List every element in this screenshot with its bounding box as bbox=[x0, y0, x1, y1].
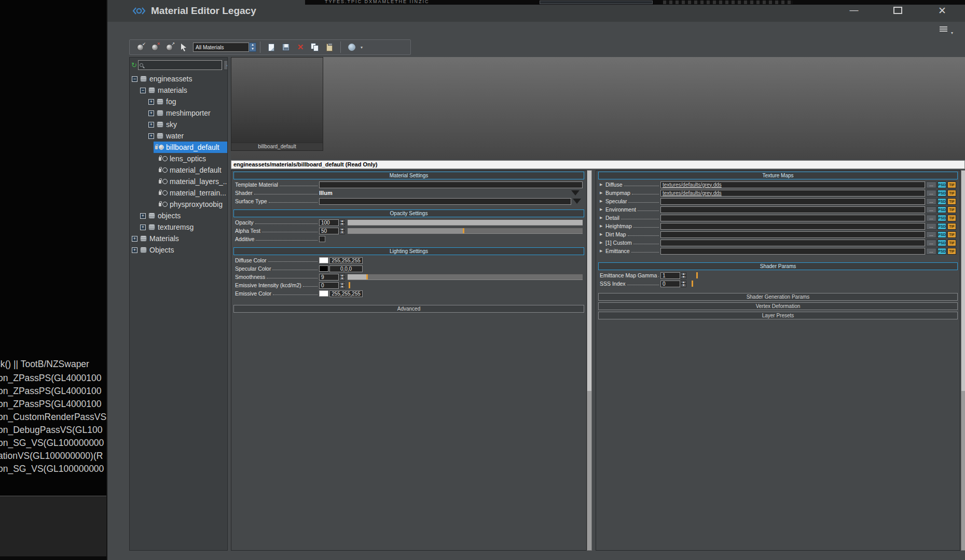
browse-texture-button[interactable]: ... bbox=[926, 240, 936, 246]
smoothness-spinner[interactable]: ▲▼ bbox=[339, 274, 345, 281]
caret-down-icon[interactable]: ▾ bbox=[361, 45, 363, 50]
apply-search-button[interactable]: ✓ bbox=[224, 60, 228, 70]
psd-chip-button[interactable]: PSD bbox=[938, 206, 946, 213]
spinner-down-icon[interactable]: ▼ bbox=[339, 222, 345, 226]
save-item-button[interactable] bbox=[279, 40, 293, 54]
tree-item-texturemsg[interactable]: + texturemsg bbox=[130, 221, 227, 233]
psd-chip-button[interactable]: PSD bbox=[938, 181, 946, 188]
psd-chip-button[interactable]: PSD bbox=[938, 223, 946, 230]
search-input[interactable] bbox=[145, 61, 220, 68]
spinner-down-icon[interactable]: ▼ bbox=[339, 231, 345, 234]
tif-chip-button[interactable]: TIF bbox=[947, 223, 956, 230]
texture-path-field[interactable] bbox=[660, 240, 925, 246]
tree-expand-icon[interactable]: + bbox=[132, 236, 137, 242]
tif-chip-button[interactable]: TIF bbox=[947, 231, 956, 238]
expand-arrow-icon[interactable]: ▶ bbox=[600, 183, 605, 187]
emittance-map-gamma-slider[interactable] bbox=[689, 272, 956, 278]
browse-texture-button[interactable]: ... bbox=[926, 231, 936, 238]
section-header-shader-generation-params[interactable]: Shader Generation Params bbox=[598, 293, 958, 301]
tree-item-objects-root[interactable]: + Objects bbox=[130, 244, 227, 256]
spinner-down-icon[interactable]: ▼ bbox=[339, 277, 345, 281]
expand-arrow-icon[interactable]: ▶ bbox=[600, 232, 605, 236]
psd-chip-button[interactable]: PSD bbox=[938, 248, 946, 255]
add-new-item-button[interactable] bbox=[264, 40, 279, 54]
browse-texture-button[interactable]: ... bbox=[926, 198, 936, 205]
tree-item-fog[interactable]: + fog bbox=[130, 96, 227, 107]
psd-chip-button[interactable]: PSD bbox=[938, 240, 946, 246]
dropdown-arrow-icon[interactable] bbox=[571, 190, 580, 195]
specular-color-value[interactable]: 0,0,0 bbox=[329, 265, 363, 272]
emissive-color-value[interactable]: 255,255,255 bbox=[329, 290, 363, 297]
texture-path-field[interactable] bbox=[660, 223, 925, 230]
assign-material-to-selection-button[interactable]: ↙ bbox=[133, 40, 147, 54]
alpha-test-spinner[interactable]: ▲▼ bbox=[339, 228, 345, 234]
texture-path-field[interactable] bbox=[660, 215, 925, 221]
diffuse-color-swatch[interactable] bbox=[319, 257, 328, 263]
tree-expand-icon[interactable]: + bbox=[148, 133, 154, 139]
expand-arrow-icon[interactable]: ▶ bbox=[600, 199, 605, 203]
expand-arrow-icon[interactable]: ▶ bbox=[600, 224, 605, 228]
tree-expand-icon[interactable]: + bbox=[140, 213, 146, 219]
expand-arrow-icon[interactable]: ▶ bbox=[600, 191, 605, 195]
opacity-input[interactable]: 100 bbox=[319, 219, 339, 226]
psd-chip-button[interactable]: PSD bbox=[938, 215, 946, 221]
texture-path-field[interactable] bbox=[660, 206, 925, 213]
tree-item-water[interactable]: + water bbox=[130, 130, 227, 142]
texture-path-field[interactable] bbox=[660, 198, 925, 205]
tif-chip-button[interactable]: TIF bbox=[947, 240, 956, 246]
tree-expand-icon[interactable]: + bbox=[148, 110, 154, 116]
section-header-material-settings[interactable]: Material Settings bbox=[233, 172, 584, 179]
section-header-shader-params[interactable]: Shader Params bbox=[598, 262, 958, 270]
expand-arrow-icon[interactable]: ▶ bbox=[600, 249, 605, 253]
scrollbar-thumb[interactable] bbox=[587, 171, 591, 391]
texture-path-field[interactable]: textures/defaults/grey.dds bbox=[660, 190, 925, 197]
sss-index-input[interactable]: 0 bbox=[660, 281, 680, 287]
tree-item-sky[interactable]: + sky bbox=[130, 119, 227, 130]
material-filter-dropdown[interactable]: All Materials bbox=[193, 43, 249, 52]
tree-collapse-icon[interactable]: − bbox=[132, 76, 137, 82]
tif-chip-button[interactable]: TIF bbox=[947, 181, 956, 188]
dropdown-arrow-icon[interactable] bbox=[573, 199, 581, 204]
tree-collapse-icon[interactable]: − bbox=[140, 88, 146, 93]
tree-expand-icon[interactable]: + bbox=[132, 247, 137, 253]
diffuse-color-value[interactable]: 255,255,255 bbox=[329, 257, 363, 264]
tif-chip-button[interactable]: TIF bbox=[947, 190, 956, 197]
spinner-up-icon[interactable]: ▲ bbox=[250, 43, 256, 47]
section-header-lighting-settings[interactable]: Lighting Settings bbox=[233, 247, 584, 255]
tree-expand-icon[interactable]: + bbox=[140, 225, 146, 230]
tree-item-material-layers[interactable]: material_layers_... bbox=[130, 176, 227, 187]
texture-path-field[interactable] bbox=[660, 248, 925, 255]
tree-item-materials[interactable]: − materials bbox=[130, 85, 227, 96]
tree-item-material-terrain[interactable]: material_terrain... bbox=[130, 187, 227, 199]
search-box[interactable] bbox=[138, 60, 222, 70]
tree-item-material-default[interactable]: material_default bbox=[130, 164, 227, 176]
open-in-database-button[interactable] bbox=[344, 40, 359, 54]
tree-item-materials-root[interactable]: + Materials bbox=[130, 233, 227, 244]
section-header-layer-presets[interactable]: Layer Presets bbox=[598, 312, 958, 319]
browse-texture-button[interactable]: ... bbox=[926, 190, 936, 197]
emissive-intensity-slider[interactable] bbox=[348, 282, 583, 288]
template-material-field[interactable] bbox=[319, 181, 583, 188]
section-header-vertex-deformation[interactable]: Vertex Deformation bbox=[598, 302, 958, 310]
browse-texture-button[interactable]: ... bbox=[926, 181, 936, 188]
shader-value[interactable]: Illum bbox=[319, 190, 333, 196]
opacity-slider[interactable] bbox=[348, 219, 583, 226]
expand-arrow-icon[interactable]: ▶ bbox=[600, 207, 605, 212]
smoothness-input[interactable]: 9 bbox=[319, 274, 339, 281]
reset-material-on-selection-button[interactable]: ✕ bbox=[147, 40, 162, 54]
browse-texture-button[interactable]: ... bbox=[926, 248, 936, 255]
delete-item-button[interactable]: ✕ bbox=[293, 40, 308, 54]
opacity-spinner[interactable]: ▲▼ bbox=[339, 219, 345, 226]
emittance-map-gamma-input[interactable]: 1 bbox=[660, 272, 680, 279]
sync-icon[interactable]: ↻ bbox=[131, 61, 137, 69]
specular-color-swatch[interactable] bbox=[319, 265, 328, 272]
surface-type-field[interactable] bbox=[319, 198, 571, 205]
psd-chip-button[interactable]: PSD bbox=[938, 231, 946, 238]
tif-chip-button[interactable]: TIF bbox=[947, 248, 956, 255]
section-header-opacity-settings[interactable]: Opacity Settings bbox=[233, 209, 584, 217]
console-input-area[interactable] bbox=[0, 496, 106, 560]
additive-checkbox[interactable] bbox=[319, 236, 325, 242]
browse-texture-button[interactable]: ... bbox=[926, 206, 936, 213]
tree-item-lens-optics[interactable]: lens_optics bbox=[130, 153, 227, 164]
alpha-test-slider[interactable] bbox=[348, 228, 583, 234]
